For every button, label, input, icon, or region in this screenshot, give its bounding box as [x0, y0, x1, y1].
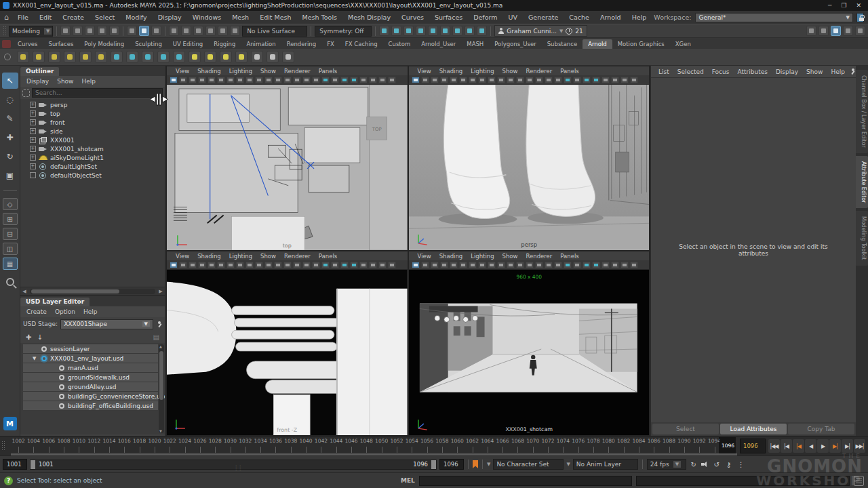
usd-stage-selector[interactable]: XXX001Shape▼: [60, 319, 153, 329]
lock-camera-icon[interactable]: [431, 262, 439, 268]
use-lights-icon[interactable]: [583, 77, 591, 83]
wireframe-icon[interactable]: [312, 77, 320, 83]
film-gate-icon[interactable]: [255, 77, 263, 83]
outliner-horizontal-scrollbar[interactable]: ◀ ▶: [20, 287, 165, 295]
camera-attributes-icon[interactable]: [198, 262, 206, 268]
screen-ao-icon[interactable]: [601, 77, 610, 83]
layer-target-icon[interactable]: [59, 394, 64, 399]
attribute-editor-button[interactable]: Load Attributes: [720, 424, 787, 434]
range-slider[interactable]: 1001 1096: [30, 460, 437, 470]
select-object-icon[interactable]: [139, 26, 149, 36]
redo-icon[interactable]: [109, 26, 119, 36]
shelf-tab[interactable]: Surfaces: [43, 39, 79, 49]
grid-icon[interactable]: [245, 77, 254, 83]
select-hierarchy-icon[interactable]: [127, 26, 137, 36]
paint-effects-icon[interactable]: [465, 26, 475, 36]
script-editor-icon[interactable]: [854, 476, 864, 486]
2d-pan-zoom-icon[interactable]: [226, 77, 235, 83]
outliner-item[interactable]: + XXX001: [20, 136, 165, 144]
cached-playback-icon[interactable]: ↺: [712, 461, 722, 468]
sidebar-tab[interactable]: Channel Box / Layer Editor: [856, 70, 868, 153]
expand-icon[interactable]: +: [30, 155, 36, 161]
attribute-editor-menu-item[interactable]: Show: [803, 68, 826, 76]
usd-menu-item[interactable]: Help: [80, 308, 101, 316]
render-current-frame-icon[interactable]: [391, 26, 401, 36]
viewport-menu-item[interactable]: Show: [499, 253, 521, 260]
chevron-down-icon[interactable]: ▼: [566, 462, 570, 467]
multisample-icon[interactable]: [620, 262, 629, 268]
safe-action-icon[interactable]: [535, 77, 543, 83]
viewport-menu-item[interactable]: Panels: [557, 253, 582, 260]
command-language-toggle[interactable]: MEL: [401, 477, 415, 484]
wireframe-icon[interactable]: [554, 262, 562, 268]
step-back-frame-button[interactable]: |◀: [781, 439, 792, 453]
gate-mask-icon[interactable]: [274, 77, 282, 83]
shelf-tab[interactable]: FX: [321, 39, 340, 49]
xray-icon[interactable]: [630, 77, 638, 83]
image-plane-icon[interactable]: [217, 77, 225, 83]
resolution-gate-icon[interactable]: [507, 262, 515, 268]
step-forward-frame-button[interactable]: ▶|: [842, 439, 853, 453]
shelf-tab[interactable]: Arnold: [583, 39, 612, 49]
menu-item[interactable]: Display: [153, 12, 186, 22]
viewport-menu-item[interactable]: Show: [257, 253, 279, 260]
fps-selector[interactable]: 24 fps▼: [647, 459, 686, 470]
section-grip[interactable]: [3, 26, 7, 37]
add-bookmark-icon[interactable]: [473, 460, 478, 468]
single-pane-layout-icon[interactable]: ◇: [3, 198, 18, 210]
layer-target-icon[interactable]: [59, 365, 64, 371]
textured-icon[interactable]: [573, 262, 581, 268]
usd-vertical-scrollbar[interactable]: [159, 344, 164, 433]
animation-start-field[interactable]: 1001: [3, 459, 27, 470]
go-to-end-button[interactable]: ▶▶|: [854, 439, 865, 453]
outliner-item[interactable]: + persp: [20, 100, 165, 109]
film-gate-icon[interactable]: [497, 77, 505, 83]
sidebar-tab[interactable]: Modeling Toolkit: [856, 211, 868, 265]
resolution-gate-icon[interactable]: [264, 262, 273, 268]
current-time-field[interactable]: 1096: [740, 439, 766, 453]
motion-blur-icon[interactable]: [369, 262, 377, 268]
usd-layer-row[interactable]: buildingG_convenienceStore.usd: [23, 392, 158, 401]
safe-title-icon[interactable]: [302, 262, 311, 268]
maximize-button[interactable]: ❐: [841, 2, 846, 9]
attribute-editor-menu-item[interactable]: Help: [827, 68, 848, 76]
four-pane-layout-icon[interactable]: ⊞: [3, 213, 18, 225]
shadows-icon[interactable]: [350, 77, 358, 83]
attribute-editor-menu-item[interactable]: List: [655, 68, 673, 76]
viewport-menu-item[interactable]: Panels: [315, 253, 340, 260]
camera-attributes-icon[interactable]: [440, 262, 448, 268]
outliner-menu-item[interactable]: Show: [54, 77, 77, 85]
playhead[interactable]: 1096: [719, 437, 736, 453]
viewport-menu-item[interactable]: Shading: [194, 253, 224, 260]
lasso-select-tool-icon[interactable]: ◌: [2, 92, 18, 108]
wireframe-icon[interactable]: [554, 77, 562, 83]
usd-layer-row[interactable]: sessionLayer: [23, 344, 158, 354]
shelf-tab[interactable]: MASH: [461, 39, 489, 49]
film-gate-icon[interactable]: [255, 262, 263, 268]
arnold-skydome-light-icon[interactable]: [64, 51, 76, 63]
attribute-editor-menu-item[interactable]: Selected: [674, 68, 707, 76]
help-icon[interactable]: ?: [4, 476, 13, 485]
arnold-light-mixer-icon[interactable]: [235, 51, 248, 63]
safe-action-icon[interactable]: [293, 262, 301, 268]
expand-icon[interactable]: +: [30, 102, 36, 108]
gate-mask-icon[interactable]: [516, 77, 524, 83]
viewport-menu-item[interactable]: Shading: [194, 68, 224, 75]
pane-pair-layout-icon[interactable]: ⊟: [3, 228, 18, 240]
outliner-item[interactable]: defaultObjectSet: [20, 171, 165, 180]
undo-icon[interactable]: [97, 26, 107, 36]
select-camera-icon[interactable]: [170, 262, 178, 268]
multisample-icon[interactable]: [620, 77, 629, 83]
outliner-tree[interactable]: + persp + top +: [20, 99, 165, 287]
textured-icon[interactable]: [573, 77, 581, 83]
close-button[interactable]: ✕: [856, 2, 861, 9]
arnold-render-settings-icon[interactable]: [267, 51, 279, 63]
viewport-menu-item[interactable]: Renderer: [523, 68, 556, 75]
tool-settings-toggle-icon[interactable]: [843, 26, 853, 36]
render-setup-icon[interactable]: [452, 26, 462, 36]
isolate-select-icon[interactable]: [179, 262, 187, 268]
arnold-mesh-light-icon[interactable]: [79, 51, 92, 63]
safe-title-icon[interactable]: [545, 262, 553, 268]
live-surface-field[interactable]: No Live Surface: [242, 26, 307, 37]
make-live-icon[interactable]: [230, 26, 240, 36]
